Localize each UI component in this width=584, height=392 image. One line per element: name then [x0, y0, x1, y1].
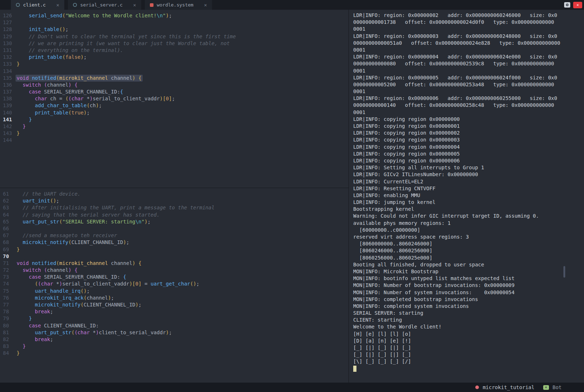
c-file-icon	[73, 3, 77, 7]
session-name[interactable]: microkit_tutorial	[483, 384, 534, 390]
terminal-line: MON|INFO: Number of system invocations: …	[353, 289, 584, 296]
line-number: 66	[0, 225, 17, 232]
line-number: 131	[0, 47, 17, 54]
code-line[interactable]: 126 serial_send("Welcome to the Wordle c…	[0, 12, 349, 19]
code-line[interactable]: 131 // everything on the terminal).	[0, 47, 349, 54]
code-line[interactable]: 136 switch (channel) {	[0, 82, 349, 88]
terminal-scrollbar-thumb[interactable]	[563, 266, 565, 278]
tab-bar: client.c × serial_server.c × wordle.syst…	[0, 0, 584, 10]
terminal-line: LDR|INFO: copying region 0x00000001	[353, 123, 584, 130]
tab-close-icon[interactable]: ×	[204, 2, 207, 8]
terminal-panel[interactable]: LDR|INFO: region: 0x00000002 addr: 0x000…	[349, 10, 584, 383]
code-line[interactable]: 80 case CLIENT_CHANNEL_ID:	[0, 322, 349, 329]
code-line[interactable]: 130 // we are printing it (we want to cl…	[0, 40, 349, 47]
line-number: 137	[0, 88, 17, 95]
code-line[interactable]: 133}	[0, 61, 349, 67]
terminal-line: LDR|INFO: copying region 0x00000000	[353, 116, 584, 123]
tab-serial-server-c[interactable]: serial_server.c ×	[68, 0, 141, 10]
code-line[interactable]: 135void notified(microkit_channel channe…	[0, 75, 349, 82]
code-line[interactable]: 82 break;	[0, 336, 349, 343]
code-text: serial_send("Welcome to the Wordle clien…	[17, 12, 172, 19]
code-line[interactable]: 141 }	[0, 116, 349, 123]
code-text: }	[17, 343, 26, 350]
line-number: 63	[0, 204, 17, 211]
code-text: }	[17, 315, 32, 322]
code-line[interactable]: 143}	[0, 130, 349, 137]
line-number: 127	[0, 19, 17, 26]
terminal-line: 00000000001738 offset: 0x000000000024d0f…	[353, 19, 584, 26]
tab-close-icon[interactable]: ×	[56, 2, 59, 8]
code-line[interactable]: 61 // the UART device.	[0, 191, 349, 197]
terminal-line: LDR|INFO: region: 0x00000004 addr: 0x000…	[353, 53, 584, 60]
c-file-icon	[16, 3, 20, 7]
code-line[interactable]: 134	[0, 68, 349, 75]
code-line[interactable]: 84}	[0, 350, 349, 357]
code-line[interactable]: 132 print_table(false);	[0, 54, 349, 61]
terminal-line: 0001	[353, 47, 584, 53]
line-number: 136	[0, 82, 17, 88]
tab-label: client.c	[23, 2, 46, 8]
code-line[interactable]: 140 print_table(true);	[0, 109, 349, 116]
code-text: init_table();	[17, 26, 68, 33]
code-text: uart_put_str("SERIAL SERVER: starting\n"…	[17, 218, 151, 225]
code-line[interactable]: 71void notified(microkit_channel channel…	[0, 260, 349, 267]
code-line[interactable]: 62 uart_init();	[0, 197, 349, 204]
line-number: 64	[0, 212, 17, 218]
window-close-button[interactable]: ✕	[573, 2, 582, 8]
line-number: 78	[0, 308, 17, 315]
terminal-line: LDR|INFO: CurrentEL=EL2	[353, 178, 584, 185]
code-line[interactable]: 139 add_char_to_table(ch);	[0, 102, 349, 109]
code-line[interactable]: 74 ((char *)serial_to_client_vaddr)[0] =…	[0, 280, 349, 287]
code-line[interactable]: 76 microkit_irq_ack(channel);	[0, 295, 349, 301]
code-line[interactable]: 78 break;	[0, 308, 349, 315]
code-line[interactable]: 142 }	[0, 123, 349, 130]
line-number: 126	[0, 12, 17, 19]
code-line[interactable]: 63 // After initialising the UART, print…	[0, 204, 349, 211]
tab-wordle-system[interactable]: wordle.system ×	[145, 0, 212, 10]
layout-toggle-icon[interactable]	[564, 2, 570, 8]
editor-pane-client-c[interactable]: 126 serial_send("Welcome to the Wordle c…	[0, 10, 349, 188]
code-text: switch (channel) {	[17, 267, 78, 274]
line-number: 69	[0, 246, 17, 253]
editor-pane-serial-server-c[interactable]: 61 // the UART device.62 uart_init();63 …	[0, 188, 349, 383]
code-line[interactable]: 64 // saying that the serial server has …	[0, 212, 349, 218]
code-line[interactable]: 138 char ch = ((char *)serial_to_client_…	[0, 95, 349, 102]
code-line[interactable]: 129 // Don't want to clear the terminal …	[0, 33, 349, 40]
code-text: }	[17, 61, 20, 67]
code-line[interactable]: 83 }	[0, 343, 349, 350]
tab-client-c[interactable]: client.c ×	[11, 0, 64, 10]
terminal-line: Warning: Could not infer GIC interrupt t…	[353, 213, 584, 219]
code-line[interactable]: 81 uart_put_str((char *)client_to_serial…	[0, 329, 349, 336]
code-text: }	[17, 350, 20, 357]
terminal-line: LDR|INFO: region: 0x00000003 addr: 0x000…	[353, 33, 584, 40]
code-line[interactable]: 127	[0, 19, 349, 26]
code-line[interactable]: 65 uart_put_str("SERIAL SERVER: starting…	[0, 218, 349, 225]
code-line[interactable]: 144	[0, 137, 349, 144]
code-text: }	[17, 123, 26, 130]
terminal-line: [8060256000..806025e000]	[353, 254, 584, 261]
code-line[interactable]: 67 //send a messageto teh receiver	[0, 232, 349, 239]
code-line[interactable]: 69}	[0, 246, 349, 253]
bot-label[interactable]: Bot	[553, 384, 562, 390]
code-line[interactable]: 75 uart_handle_irq();	[0, 288, 349, 295]
code-text: }	[17, 246, 20, 253]
code-line[interactable]: 68 microkit_notify(CLIENT_CHANNEL_ID);	[0, 239, 349, 246]
terminal-line: MON|INFO: completed bootstrap invocation…	[353, 296, 584, 303]
line-number: 133	[0, 61, 17, 67]
code-line[interactable]: 128 init_table();	[0, 26, 349, 33]
terminal-line: LDR|INFO: region: 0x00000002 addr: 0x000…	[353, 12, 584, 19]
line-number: 79	[0, 315, 17, 322]
terminal-line: [\] [_] [_] [_] [/]	[353, 358, 584, 365]
line-number: 68	[0, 239, 17, 246]
terminal-line: [8060246000..8060256000]	[353, 247, 584, 254]
code-text: // everything on the terminal).	[17, 47, 123, 54]
code-line[interactable]: 73 case SERIAL_SERVER_CHANNEL_ID: {	[0, 274, 349, 280]
code-line[interactable]: 70	[0, 253, 349, 260]
code-line[interactable]: 66	[0, 225, 349, 232]
code-line[interactable]: 77 microkit_notify(CLIENT_CHANNEL_ID);	[0, 301, 349, 308]
code-line[interactable]: 137 case SERIAL_SERVER_CHANNEL_ID:{	[0, 88, 349, 95]
tab-close-icon[interactable]: ×	[133, 2, 136, 8]
code-line[interactable]: 79 }	[0, 315, 349, 322]
terminal-line: available phys memory regions: 1	[353, 220, 584, 227]
code-line[interactable]: 72 switch (channel) {	[0, 267, 349, 274]
